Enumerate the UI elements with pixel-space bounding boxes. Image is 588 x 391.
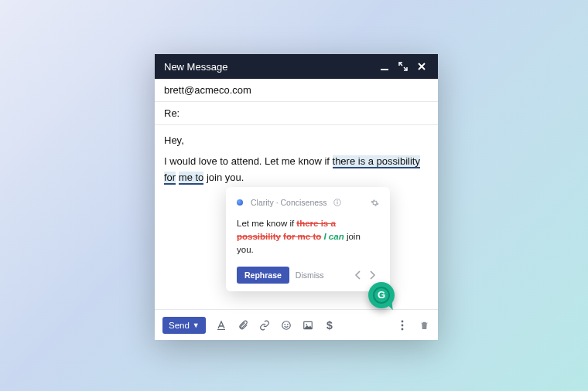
subject-field[interactable]: Re: (155, 102, 438, 125)
compose-footer: Send ▼ $ (155, 309, 438, 340)
image-icon[interactable] (302, 319, 314, 332)
prev-icon[interactable] (351, 270, 365, 280)
grammarly-badge[interactable]: G (368, 282, 395, 308)
flagged-span-2[interactable]: me to (179, 172, 204, 185)
suggestion-popup: Clarity · Conciseness Let me know if the… (226, 187, 390, 291)
more-icon[interactable] (396, 319, 409, 332)
send-button[interactable]: Send ▼ (162, 317, 206, 334)
svg-point-6 (285, 324, 285, 325)
svg-point-11 (402, 324, 404, 326)
insertion-text: I can (323, 232, 344, 241)
svg-rect-4 (217, 329, 225, 330)
body-greeting: Hey, (164, 133, 429, 149)
window-title: New Message (164, 61, 373, 73)
svg-rect-2 (337, 202, 337, 204)
dismiss-button[interactable]: Dismiss (296, 270, 324, 280)
gear-icon[interactable] (371, 199, 379, 207)
svg-rect-0 (381, 69, 388, 70)
category-dot-icon (237, 199, 243, 206)
to-field[interactable]: brett@acmeco.com (155, 79, 438, 102)
next-icon[interactable] (365, 270, 379, 280)
svg-point-10 (402, 320, 404, 322)
attachment-icon[interactable] (237, 319, 249, 332)
dollar-icon[interactable]: $ (323, 319, 336, 332)
grammarly-logo-icon: G (373, 287, 390, 304)
popup-header: Clarity · Conciseness (237, 196, 379, 209)
popup-body: Let me know if there is a possibility fo… (237, 217, 379, 257)
link-icon[interactable] (258, 319, 271, 332)
info-icon[interactable] (333, 199, 341, 206)
body-text: I would love to attend. Let me know if t… (164, 154, 429, 186)
svg-rect-3 (337, 201, 337, 202)
title-bar: New Message (155, 54, 438, 79)
trash-icon[interactable] (418, 319, 430, 332)
compose-window: New Message brett@acmeco.com Re: Hey, I … (155, 54, 438, 340)
close-icon[interactable] (415, 60, 429, 73)
svg-point-12 (402, 328, 404, 330)
message-body[interactable]: Hey, I would love to attend. Let me know… (155, 125, 438, 309)
strike-text-2: for me to (283, 232, 321, 241)
caret-down-icon: ▼ (193, 321, 200, 329)
emoji-icon[interactable] (280, 319, 292, 332)
svg-point-7 (287, 324, 288, 325)
font-icon[interactable] (215, 319, 227, 332)
expand-icon[interactable] (396, 60, 410, 73)
rephrase-button[interactable]: Rephrase (237, 267, 289, 284)
svg-point-5 (282, 321, 291, 329)
minimize-icon[interactable] (378, 60, 391, 73)
popup-category: Clarity · Conciseness (251, 196, 327, 209)
popup-actions: Rephrase Dismiss (237, 267, 379, 284)
svg-point-9 (306, 323, 307, 325)
